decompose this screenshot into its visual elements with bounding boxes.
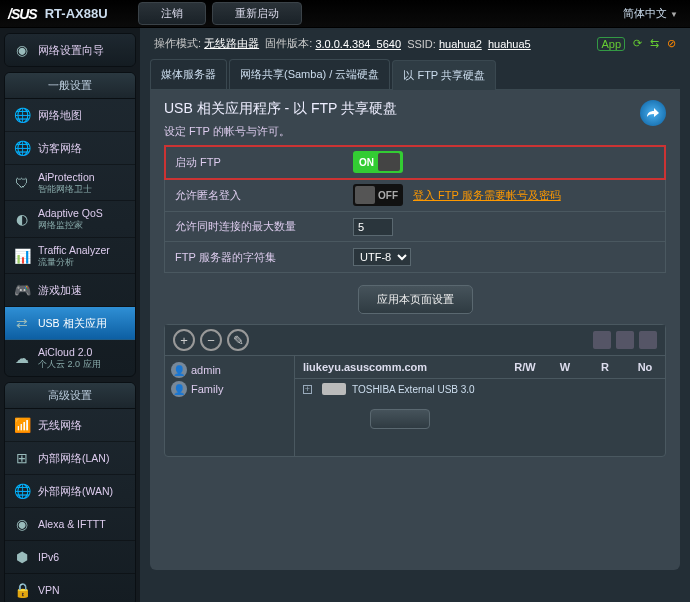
back-arrow-icon	[645, 105, 661, 121]
user-list: 👤admin 👤Family	[165, 356, 295, 456]
wizard-icon: ◉	[11, 40, 33, 60]
col-r: R	[585, 356, 625, 379]
reboot-button[interactable]: 重新启动	[212, 2, 302, 25]
sidebar-ipv6[interactable]: ⬢IPv6	[5, 541, 135, 574]
wifi-icon: 📶	[11, 415, 33, 435]
sidebar-lan[interactable]: ⊞内部网络(LAN)	[5, 442, 135, 475]
help-button[interactable]	[640, 100, 666, 126]
device-name: TOSHIBA External USB 3.0	[352, 384, 475, 395]
globe-icon: 🌐	[11, 105, 33, 125]
input-maxconn[interactable]	[353, 218, 393, 236]
sidebar-wan[interactable]: 🌐外部网络(WAN)	[5, 475, 135, 508]
app-badge[interactable]: App	[597, 37, 625, 51]
col-w: W	[545, 356, 585, 379]
alexa-icon: ◉	[11, 514, 33, 534]
status-icon-3[interactable]: ⊘	[667, 37, 676, 50]
sidebar-usb-app[interactable]: ⇄USB 相关应用	[5, 307, 135, 340]
guest-icon: 🌐	[11, 138, 33, 158]
lan-icon: ⊞	[11, 448, 33, 468]
label-maxconn: 允许同时连接的最大数量	[165, 213, 345, 240]
sidebar-aicloud[interactable]: ☁AiCloud 2.0个人云 2.0 应用	[5, 340, 135, 375]
folder-edit-button[interactable]	[370, 409, 430, 429]
status-icon-1[interactable]: ⟳	[633, 37, 642, 50]
device-row[interactable]: + TOSHIBA External USB 3.0	[303, 383, 497, 395]
ssid1-link[interactable]: huahua2	[439, 38, 482, 50]
edit-user-button[interactable]: ✎	[227, 329, 249, 351]
sidebar-qos[interactable]: ◐Adaptive QoS网络监控家	[5, 201, 135, 237]
model-name: RT-AX88U	[45, 6, 108, 21]
sidebar-alexa[interactable]: ◉Alexa & IFTTT	[5, 508, 135, 541]
user-item-family[interactable]: 👤Family	[171, 381, 288, 397]
select-charset[interactable]: UTF-8	[353, 248, 411, 266]
sidebar-network-map[interactable]: 🌐网络地图	[5, 99, 135, 132]
user-item-admin[interactable]: 👤admin	[171, 362, 288, 378]
remove-user-button[interactable]: −	[200, 329, 222, 351]
hdd-icon	[322, 383, 346, 395]
language-selector[interactable]: 简体中文 ▼	[623, 6, 678, 21]
action-icon-2[interactable]	[616, 331, 634, 349]
label-enable-ftp: 启动 FTP	[165, 149, 345, 176]
sidebar-guest-network[interactable]: 🌐访客网络	[5, 132, 135, 165]
user-icon: 👤	[171, 381, 187, 397]
hint-anon[interactable]: 登入 FTP 服务需要帐号及密码	[413, 188, 561, 203]
shield-icon: 🛡	[11, 173, 33, 193]
col-host: liukeyu.asuscomm.com	[295, 356, 505, 379]
wan-icon: 🌐	[11, 481, 33, 501]
page-desc: 设定 FTP 的帐号与许可。	[164, 124, 666, 139]
usb-icon: ⇄	[11, 313, 33, 333]
cloud-icon: ☁	[11, 348, 33, 368]
ssid2-link[interactable]: huahua5	[488, 38, 531, 50]
tree-expand-icon[interactable]: +	[303, 385, 312, 394]
status-icon-2[interactable]: ⇆	[650, 37, 659, 50]
tab-samba[interactable]: 网络共享(Samba) / 云端硬盘	[229, 59, 390, 89]
op-mode-link[interactable]: 无线路由器	[204, 36, 259, 51]
user-icon: 👤	[171, 362, 187, 378]
tab-ftp[interactable]: 以 FTP 共享硬盘	[392, 60, 496, 90]
sidebar-game[interactable]: 🎮游戏加速	[5, 274, 135, 307]
action-icon-3[interactable]	[639, 331, 657, 349]
label-anon: 允许匿名登入	[165, 182, 345, 209]
toggle-enable-ftp[interactable]	[353, 151, 403, 173]
gamepad-icon: 🎮	[11, 280, 33, 300]
col-rw: R/W	[505, 356, 545, 379]
fw-label: 固件版本:	[265, 36, 312, 51]
chart-icon: 📊	[11, 246, 33, 266]
sidebar-group-general: 一般设置	[5, 73, 135, 99]
action-icon-1[interactable]	[593, 331, 611, 349]
op-mode-label: 操作模式:	[154, 36, 201, 51]
logout-button[interactable]: 注销	[138, 2, 206, 25]
sidebar-traffic[interactable]: 📊Traffic Analyzer流量分析	[5, 238, 135, 274]
sidebar-wireless[interactable]: 📶无线网络	[5, 409, 135, 442]
vpn-icon: 🔒	[11, 580, 33, 600]
fw-version-link[interactable]: 3.0.0.4.384_5640	[315, 38, 401, 50]
add-user-button[interactable]: +	[173, 329, 195, 351]
sidebar-aiprotection[interactable]: 🛡AiProtection智能网络卫士	[5, 165, 135, 201]
page-title: USB 相关应用程序 - 以 FTP 共享硬盘	[164, 100, 666, 118]
sidebar-quick-setup[interactable]: ◉网络设置向导	[5, 34, 135, 66]
apply-button[interactable]: 应用本页面设置	[358, 285, 473, 314]
label-charset: FTP 服务器的字符集	[165, 244, 345, 271]
gauge-icon: ◐	[11, 209, 33, 229]
sidebar-group-advanced: 高级设置	[5, 383, 135, 409]
col-no: No	[625, 356, 665, 379]
ipv6-icon: ⬢	[11, 547, 33, 567]
sidebar-vpn[interactable]: 🔒VPN	[5, 574, 135, 602]
ssid-label: SSID:	[407, 38, 436, 50]
toggle-anon[interactable]	[353, 184, 403, 206]
brand-logo: /SUS	[8, 6, 37, 22]
tab-media-server[interactable]: 媒体服务器	[150, 59, 227, 89]
